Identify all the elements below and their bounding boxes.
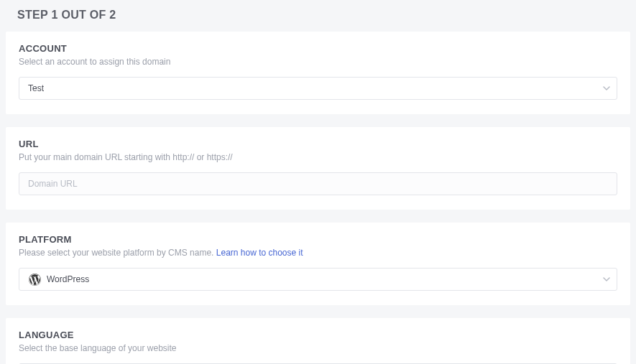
url-desc: Put your main domain URL starting with h… [19,152,617,162]
platform-panel: PLATFORM Please select your website plat… [6,223,630,305]
language-panel: LANGUAGE Select the base language of you… [6,318,630,364]
platform-desc: Please select your website platform by C… [19,248,617,258]
url-panel: URL Put your main domain URL starting wi… [6,127,630,210]
url-title: URL [19,139,617,149]
platform-select-value: WordPress [47,274,89,284]
account-select[interactable]: Test [19,77,617,100]
language-desc: Select the base language of your website [19,343,617,353]
account-desc: Select an account to assign this domain [19,57,617,67]
wordpress-icon [28,273,41,286]
platform-desc-text: Please select your website platform by C… [19,248,216,258]
account-select-value: Test [28,83,44,93]
url-input[interactable] [19,172,617,195]
step-header: STEP 1 OUT OF 2 [0,0,636,32]
platform-select[interactable]: WordPress [19,268,617,291]
platform-learn-link[interactable]: Learn how to choose it [216,248,303,258]
account-panel: ACCOUNT Select an account to assign this… [6,32,630,114]
account-title: ACCOUNT [19,43,617,54]
language-title: LANGUAGE [19,330,617,340]
platform-title: PLATFORM [19,234,617,245]
